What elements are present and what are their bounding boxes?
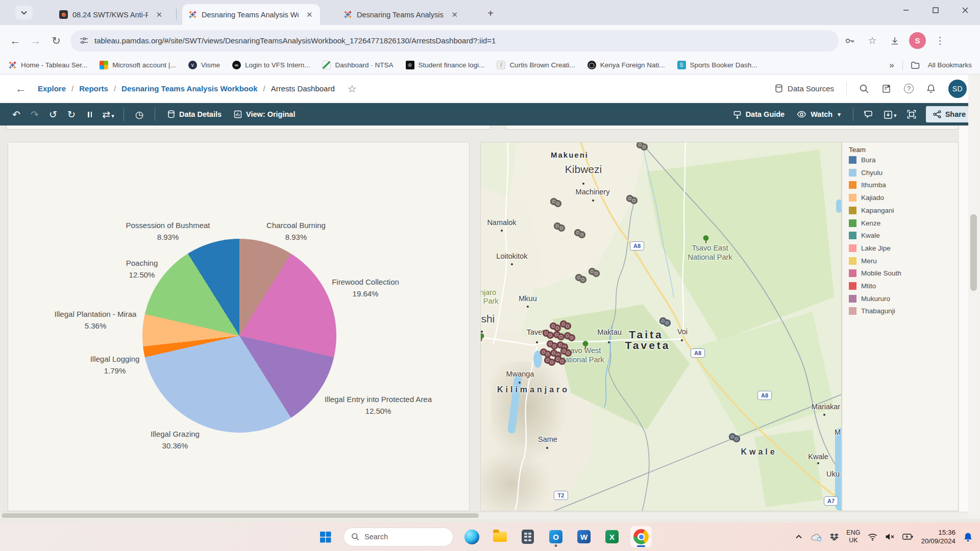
word-icon[interactable]: W bbox=[574, 526, 594, 547]
bookmark-item[interactable]: ∞Login to VFS Intern... bbox=[232, 61, 310, 69]
forward-icon[interactable]: → bbox=[26, 35, 46, 47]
bookmark-item[interactable]: ♔Student finance logi... bbox=[406, 61, 485, 69]
search-icon[interactable] bbox=[859, 84, 869, 94]
view-original-button[interactable]: View: Original bbox=[234, 110, 295, 118]
language-indicator[interactable]: ENGUK bbox=[846, 529, 860, 544]
pie-chart[interactable] bbox=[142, 239, 336, 433]
arrest-cluster-marker[interactable] bbox=[559, 320, 572, 331]
legend-item[interactable]: Mobile South bbox=[849, 269, 901, 277]
arrest-cluster-marker[interactable] bbox=[553, 222, 566, 233]
arrest-cluster-marker[interactable] bbox=[728, 433, 741, 444]
window-minimize-button[interactable] bbox=[891, 0, 921, 20]
legend-item[interactable]: Lake Jipe bbox=[849, 244, 891, 252]
legend-item[interactable]: Kenze bbox=[849, 219, 880, 227]
notification-bell-icon[interactable] bbox=[963, 532, 973, 542]
reload-icon[interactable]: ↻ bbox=[46, 35, 66, 47]
pause-updates-icon[interactable] bbox=[81, 109, 99, 120]
download-icon[interactable]: ▾ bbox=[878, 109, 902, 120]
data-guide-button[interactable]: Data Guide bbox=[733, 110, 785, 119]
legend-item[interactable]: Kwale bbox=[849, 232, 880, 239]
tab-close-icon[interactable]: ✕ bbox=[451, 10, 458, 19]
bookmark-star-icon[interactable]: ☆ bbox=[861, 35, 884, 46]
edge-icon[interactable] bbox=[462, 526, 481, 547]
horizontal-scrollbar-thumb[interactable] bbox=[2, 513, 479, 518]
file-explorer-icon[interactable] bbox=[490, 526, 509, 547]
excel-icon[interactable]: X bbox=[602, 526, 622, 547]
legend-item[interactable]: Thabagunji bbox=[849, 307, 895, 315]
notifications-bell-icon[interactable] bbox=[926, 84, 936, 94]
tab-close-icon[interactable]: ✕ bbox=[306, 10, 313, 19]
arrest-cluster-marker[interactable] bbox=[574, 273, 587, 285]
chrome-icon-active[interactable] bbox=[630, 526, 652, 547]
help-icon[interactable]: ? bbox=[904, 84, 914, 93]
window-close-button[interactable] bbox=[950, 0, 980, 20]
arrest-cluster-marker[interactable] bbox=[625, 194, 639, 206]
tab-swt-anti-poaching[interactable]: 08.24 SWT/KWS Anti-Poaching ✕ bbox=[53, 4, 168, 25]
tab-search-chevron-icon[interactable] bbox=[15, 6, 33, 20]
legend-item[interactable]: Ithumba bbox=[849, 181, 886, 189]
notes-star-icon[interactable] bbox=[881, 84, 892, 94]
comments-icon[interactable] bbox=[860, 110, 878, 119]
start-button[interactable] bbox=[315, 526, 335, 547]
undo-icon[interactable]: ↶ bbox=[7, 109, 26, 120]
watch-button[interactable]: Watch ▾ bbox=[797, 110, 841, 118]
arrest-cluster-marker[interactable] bbox=[549, 197, 562, 209]
breadcrumb-workbook[interactable]: Desnaring Teams Analysis Workbook bbox=[121, 84, 257, 93]
downloads-icon[interactable] bbox=[884, 36, 906, 46]
data-sources-button[interactable]: Data Sources bbox=[775, 84, 834, 93]
back-icon[interactable]: ← bbox=[5, 35, 26, 47]
all-bookmarks-label[interactable]: All Bookmarks bbox=[928, 61, 972, 69]
wifi-icon[interactable] bbox=[868, 533, 877, 541]
browser-profile-avatar[interactable]: S bbox=[909, 32, 926, 49]
redo-flow-icon[interactable]: ⇄▾ bbox=[99, 109, 117, 120]
arrest-cluster-marker[interactable] bbox=[553, 355, 567, 366]
arrest-cluster-marker[interactable] bbox=[587, 267, 601, 279]
refresh-data-icon[interactable]: ↻ bbox=[62, 109, 81, 120]
tab-desnaring-workbook-active[interactable]: Desnaring Teams Analysis Work ✕ bbox=[182, 4, 320, 25]
window-maximize-button[interactable] bbox=[921, 0, 950, 20]
legend-item[interactable]: Kajiado bbox=[849, 194, 884, 202]
battery-icon[interactable] bbox=[902, 534, 913, 540]
address-bar[interactable]: tableau.pamdas.org/#/site/SWT/views/Desn… bbox=[70, 30, 839, 52]
taskbar-clock[interactable]: 15:3620/09/2024 bbox=[921, 528, 955, 545]
arrests-map-panel[interactable]: MakueniKibweziMachineryNamalokLoitokitok… bbox=[480, 142, 842, 511]
data-details-button[interactable]: Data Details bbox=[167, 110, 222, 118]
bookmark-item[interactable]: ◯Kenya Foreign Nati... bbox=[587, 61, 665, 69]
password-key-icon[interactable] bbox=[839, 36, 861, 46]
breadcrumb-reports[interactable]: Reports bbox=[79, 84, 108, 93]
revert-icon[interactable]: ↺ bbox=[44, 109, 62, 120]
tableau-back-arrow-icon[interactable]: ← bbox=[15, 82, 27, 95]
arrest-cluster-marker[interactable] bbox=[658, 317, 672, 328]
user-avatar[interactable]: SD bbox=[948, 80, 967, 98]
bookmark-item[interactable]: Microsoft account |... bbox=[100, 61, 176, 69]
new-tab-button[interactable]: + bbox=[484, 7, 497, 20]
arrest-cluster-marker[interactable] bbox=[573, 229, 586, 240]
bookmark-item[interactable]: vVisme bbox=[188, 61, 220, 69]
outlook-icon[interactable]: O bbox=[546, 526, 566, 547]
browser-menu-kebab-icon[interactable]: ⋮ bbox=[929, 35, 951, 46]
favorite-star-icon[interactable]: ☆ bbox=[348, 83, 357, 95]
arrest-cluster-marker[interactable] bbox=[635, 142, 649, 152]
dropbox-icon[interactable] bbox=[830, 533, 839, 541]
legend-item[interactable]: Mukururo bbox=[849, 295, 890, 303]
tab-desnaring-workbook-2[interactable]: Desnaring Teams Analysis Work ✕ bbox=[337, 4, 464, 25]
site-settings-tune-icon[interactable] bbox=[80, 36, 88, 45]
legend-item[interactable]: Bura bbox=[849, 156, 876, 164]
bookmark-item[interactable]: Home - Tableau Ser... bbox=[8, 61, 87, 69]
breadcrumb-explore[interactable]: Explore bbox=[38, 84, 66, 93]
share-button[interactable]: Share bbox=[926, 106, 973, 122]
bookmark-item[interactable]: SSports Booker Dash... bbox=[677, 61, 757, 69]
volume-muted-icon[interactable] bbox=[885, 533, 895, 540]
legend-item[interactable]: Mtito bbox=[849, 282, 876, 290]
legend-item[interactable]: Kapangani bbox=[849, 207, 894, 214]
redo-icon[interactable]: ↷ bbox=[26, 109, 44, 120]
bookmark-item[interactable]: /Curtis Brown Creati... bbox=[497, 61, 575, 69]
clock-icon[interactable]: ◷ bbox=[130, 109, 149, 120]
legend-item[interactable]: Chyulu bbox=[849, 169, 883, 177]
vertical-scrollbar-thumb[interactable] bbox=[970, 214, 977, 291]
tab-close-icon[interactable]: ✕ bbox=[156, 10, 162, 19]
calculator-icon[interactable] bbox=[518, 526, 537, 547]
legend-item[interactable]: Meru bbox=[849, 257, 877, 265]
onedrive-cloud-icon[interactable] bbox=[810, 533, 822, 541]
fullscreen-icon[interactable] bbox=[902, 110, 921, 119]
